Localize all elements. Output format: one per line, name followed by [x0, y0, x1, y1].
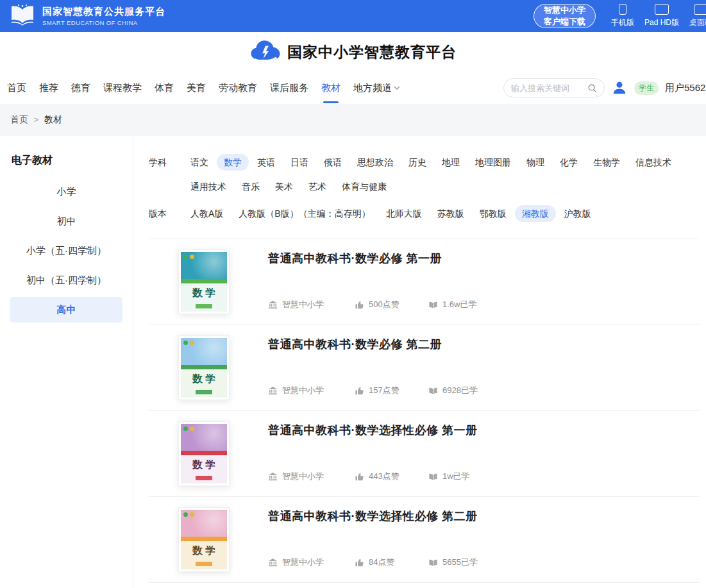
site-logo[interactable]: 国家中小学智慧教育平台 — [249, 38, 457, 66]
client-platform-item[interactable]: 手机版 — [611, 4, 634, 28]
subject-option[interactable]: 化学 — [553, 154, 585, 171]
sidebar-item[interactable]: 初中（五·四学制） — [10, 267, 122, 293]
book-cover[interactable]: 数学 — [178, 335, 230, 400]
nav-item[interactable]: 课程教学 — [101, 80, 144, 97]
subject-option[interactable]: 英语 — [250, 154, 282, 171]
thumbs-up-icon[interactable] — [355, 472, 364, 482]
search-box[interactable] — [503, 78, 605, 97]
subject-option[interactable]: 美术 — [268, 178, 300, 195]
client-platform-item[interactable]: Pad HD版 — [644, 4, 679, 28]
edition-option[interactable]: 鄂教版 — [473, 205, 514, 222]
subject-option[interactable]: 语文 — [183, 154, 215, 171]
search-input[interactable] — [511, 83, 584, 93]
edition-option[interactable]: 湘教版 — [515, 205, 556, 222]
subject-option[interactable]: 地理 — [435, 154, 467, 171]
sidebar-item[interactable]: 小学（五·四学制） — [10, 238, 122, 264]
platform-logo[interactable]: 国家智慧教育公共服务平台 SMART EDUCATION OF CHINA — [9, 4, 165, 28]
book-item[interactable]: 数学 普通高中教科书·数学选择性必修 第二册 — [149, 497, 700, 583]
cover-subject-text: 数学 — [190, 544, 218, 558]
edition-option[interactable]: 人教A版 — [183, 205, 230, 222]
subject-option[interactable]: 思想政治 — [350, 154, 400, 171]
sidebar-item[interactable]: 高中 — [10, 297, 122, 323]
book-item[interactable]: 数学 普通高中教科书·数学必修 第二册 — [149, 325, 700, 411]
subject-option[interactable]: 物理 — [519, 154, 551, 171]
open-book-logo-icon — [9, 4, 36, 28]
chevron-down-icon — [394, 86, 400, 90]
learned-icon — [428, 558, 438, 567]
nav-item[interactable]: 劳动教育 — [217, 80, 259, 97]
breadcrumb-home[interactable]: 首页 — [10, 114, 28, 126]
cover-art — [181, 510, 227, 537]
thumbs-up-icon[interactable] — [355, 386, 364, 396]
book-title[interactable]: 普通高中教科书·数学选择性必修 第二册 — [268, 508, 700, 524]
nav-item[interactable]: 推荐 — [37, 80, 60, 97]
nav-item[interactable]: 美育 — [185, 80, 208, 97]
book-item[interactable]: 数学 普通高中教科书·数学必修 第一册 — [149, 239, 700, 325]
subject-option[interactable]: 俄语 — [317, 154, 349, 171]
subject-option[interactable]: 体育与健康 — [335, 178, 394, 195]
thumbs-up-icon[interactable] — [355, 300, 364, 310]
subject-option[interactable]: 生物学 — [586, 154, 627, 171]
page: 国家智慧教育公共服务平台 SMART EDUCATION OF CHINA 智慧… — [0, 0, 706, 588]
nav-right: 学生 用户5562 — [503, 78, 706, 97]
subject-option[interactable]: 通用技术 — [183, 178, 233, 195]
subject-option[interactable]: 历史 — [401, 154, 433, 171]
search-icon[interactable] — [587, 83, 597, 93]
subject-option[interactable]: 日语 — [283, 154, 315, 171]
nav-item[interactable]: 地方频道 — [351, 80, 402, 97]
sidebar-item[interactable]: 小学 — [10, 179, 122, 205]
subject-option[interactable]: 地理图册 — [468, 154, 518, 171]
book-title[interactable]: 普通高中教科书·数学必修 第一册 — [268, 251, 700, 266]
breadcrumb: 首页 > 教材 — [0, 104, 706, 136]
edition-option[interactable]: 北师大版 — [379, 205, 429, 222]
book-meta: 智慧中小学 84点赞 — [268, 557, 700, 568]
breadcrumb-separator: > — [34, 115, 38, 124]
edition-option[interactable]: 苏教版 — [430, 205, 471, 222]
cover-subject-text: 数学 — [190, 458, 218, 472]
subject-option[interactable]: 信息技术 — [628, 154, 678, 171]
book-learned: 6928已学 — [442, 385, 478, 396]
publisher-icon — [268, 472, 278, 482]
pad-icon — [655, 4, 669, 15]
subject-option[interactable]: 数学 — [217, 154, 249, 171]
book-title[interactable]: 普通高中教科书·数学选择性必修 第一册 — [268, 423, 700, 438]
subject-filter-row: 学科 语文数学英语日语俄语思想政治历史地理地理图册物理化学生物学信息技术 — [149, 154, 700, 171]
client-download-button[interactable]: 智慧中小学 客户端下载 — [534, 4, 596, 28]
edition-option[interactable]: 人教版（B版）（主编：高存明） — [231, 205, 377, 222]
book-item[interactable]: 数学 普通高中教科书·数学选择性必修 第一册 — [149, 411, 700, 497]
cover-subject-text: 数学 — [190, 373, 218, 386]
nav-item-label: 地方频道 — [353, 82, 392, 94]
edition-filter-label: 版本 — [149, 205, 183, 222]
book-meta: 智慧中小学 157点赞 — [268, 385, 700, 396]
nav-item-label: 美育 — [187, 82, 206, 94]
book-cover[interactable]: 数学 — [178, 421, 230, 486]
nav-item-label: 课程教学 — [103, 82, 142, 94]
nav-item[interactable]: 体育 — [153, 80, 176, 97]
username[interactable]: 用户5562 — [665, 82, 706, 94]
nav-item[interactable]: 德育 — [69, 80, 92, 97]
book-meta: 智慧中小学 500点赞 — [268, 299, 700, 310]
book-learned: 1.6w已学 — [442, 299, 476, 310]
book-cover[interactable]: 数学 — [178, 249, 230, 314]
client-platform-item[interactable]: 桌面端 — [689, 4, 706, 28]
cloud-logo-icon — [249, 38, 282, 66]
avatar[interactable] — [611, 80, 628, 96]
publisher-icon — [268, 300, 278, 310]
thumbs-up-icon[interactable] — [355, 558, 364, 567]
sidebar: 电子教材 小学初中小学（五·四学制）初中（五·四学制）高中 — [0, 136, 133, 588]
nav-item[interactable]: 教材 — [319, 80, 342, 97]
sidebar-item[interactable]: 初中 — [10, 208, 122, 234]
book-cover[interactable]: 数学 — [178, 507, 230, 572]
nav-item-label: 推荐 — [39, 82, 58, 94]
nav-item[interactable]: 课后服务 — [268, 80, 310, 97]
nav-item-label: 体育 — [155, 82, 174, 94]
book-publisher: 智慧中小学 — [282, 557, 324, 568]
nav-item[interactable]: 首页 — [5, 80, 28, 97]
book-likes: 500点赞 — [369, 299, 399, 310]
main-content: 学科 语文数学英语日语俄语思想政治历史地理地理图册物理化学生物学信息技术 通用技… — [133, 136, 706, 588]
book-title[interactable]: 普通高中教科书·数学必修 第二册 — [268, 337, 700, 352]
edition-option[interactable]: 沪教版 — [557, 205, 598, 222]
nav-items: 首页 推荐 德育 课程教学 体育 — [5, 80, 402, 97]
subject-option[interactable]: 音乐 — [235, 178, 267, 195]
subject-option[interactable]: 艺术 — [301, 178, 333, 195]
